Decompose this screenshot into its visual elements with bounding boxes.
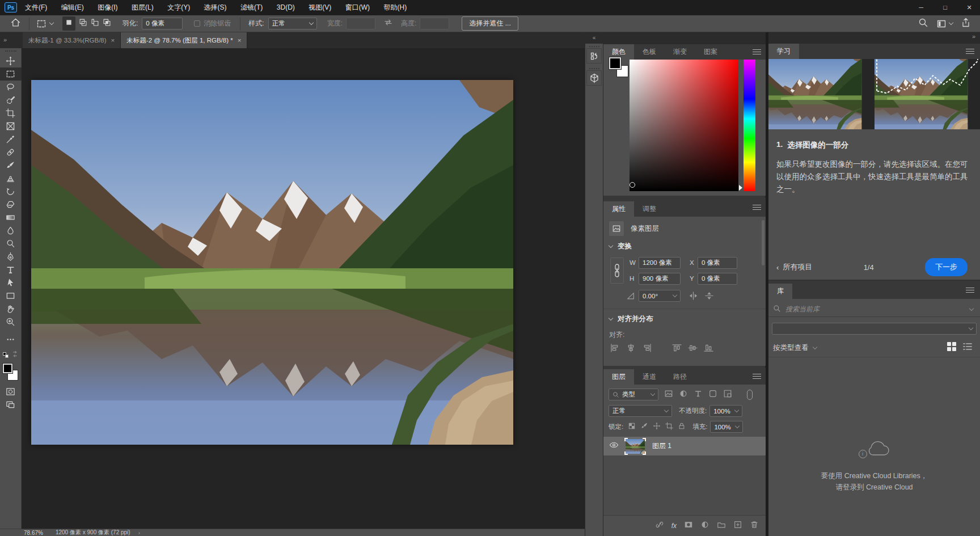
type-tool[interactable] (0, 263, 22, 276)
feather-input[interactable]: 0 像素 (142, 18, 183, 29)
tab-properties[interactable]: 属性 (603, 201, 634, 217)
new-layer-icon[interactable] (733, 520, 742, 531)
fill-select[interactable]: 100% (710, 421, 743, 433)
swap-dimensions-icon[interactable] (383, 18, 393, 29)
layer-name[interactable]: 图层 1 (652, 441, 671, 451)
eraser-tool[interactable] (0, 198, 22, 211)
eyedropper-tool[interactable] (0, 133, 22, 146)
color-field[interactable] (630, 60, 738, 191)
layer-visibility-eye-icon[interactable] (609, 440, 619, 452)
color-cursor[interactable] (630, 182, 635, 188)
libraries-panel-menu-icon[interactable] (966, 288, 974, 293)
foreground-color-swatch[interactable] (2, 363, 13, 374)
move-tool[interactable] (0, 54, 22, 67)
healing-brush-tool[interactable] (0, 146, 22, 159)
lock-transparency-icon[interactable] (628, 422, 636, 432)
history-panel-icon[interactable] (586, 48, 602, 64)
default-colors-icon[interactable] (3, 352, 9, 358)
share-icon[interactable] (961, 18, 971, 30)
default-and-swap-colors[interactable] (0, 348, 22, 361)
color-swatch-pair[interactable] (609, 57, 631, 81)
toolbar-drag-handle[interactable] (5, 50, 16, 53)
workspace-icon[interactable] (936, 19, 953, 29)
search-icon[interactable] (918, 18, 928, 30)
canvas-area[interactable] (22, 48, 585, 529)
view-by-type-select[interactable]: 按类型查看 (773, 343, 817, 353)
list-view-button[interactable] (962, 341, 973, 354)
h-input[interactable]: 900 像素 (639, 273, 681, 285)
menu-3d[interactable]: 3D(D) (271, 0, 301, 15)
3d-panel-icon[interactable] (586, 70, 602, 86)
swap-colors-icon[interactable] (11, 350, 19, 360)
document-canvas[interactable] (31, 80, 513, 445)
antialias-checkbox[interactable] (194, 20, 200, 27)
align-horizontal-centers-button[interactable] (626, 344, 636, 354)
height-input[interactable] (420, 18, 449, 29)
subtract-selection-button[interactable] (91, 18, 99, 29)
lock-artboard-icon[interactable] (665, 422, 673, 432)
properties-panel-menu-icon[interactable] (753, 205, 761, 210)
zoom-level[interactable]: 78.67% (24, 530, 43, 536)
dock-drag-handle[interactable] (589, 68, 599, 69)
layers-panel-menu-icon[interactable] (753, 374, 761, 379)
flip-horizontal-icon[interactable] (688, 291, 698, 303)
home-icon[interactable] (10, 17, 21, 30)
new-selection-button[interactable] (62, 16, 75, 31)
select-and-mask-button[interactable]: 选择并遮住 ... (462, 16, 518, 31)
filter-pixel-layers-icon[interactable] (664, 389, 673, 400)
x-input[interactable]: 0 像素 (698, 257, 737, 269)
filter-adjustment-layers-icon[interactable] (679, 389, 688, 400)
link-dimensions-button[interactable] (610, 258, 624, 284)
tab-gradients[interactable]: 渐变 (665, 44, 695, 60)
menu-filter[interactable]: 滤镜(T) (235, 0, 268, 15)
transform-section-header[interactable]: 变换 (609, 242, 632, 251)
tool-preset-marquee-icon[interactable] (36, 19, 53, 29)
new-adjustment-layer-icon[interactable] (700, 520, 709, 531)
layer-filtering-toggle[interactable] (747, 390, 753, 400)
align-bottom-edges-button[interactable] (704, 344, 713, 354)
align-top-edges-button[interactable] (672, 344, 682, 354)
dodge-tool[interactable] (0, 237, 22, 250)
tab-adjustments[interactable]: 调整 (634, 201, 665, 217)
quick-selection-tool[interactable] (0, 94, 22, 107)
minimize-button[interactable]: ─ (910, 0, 932, 15)
tab-learn[interactable]: 学习 (768, 44, 799, 59)
clone-stamp-tool[interactable] (0, 172, 22, 185)
crop-tool[interactable] (0, 107, 22, 120)
menu-view[interactable]: 视图(V) (303, 0, 337, 15)
layer-style-fx-icon[interactable]: fx (671, 522, 677, 530)
dock-collapse-icon[interactable]: « (585, 32, 603, 44)
tab-paths[interactable]: 路径 (665, 369, 695, 385)
color-panel-menu-icon[interactable] (753, 49, 761, 54)
add-selection-button[interactable] (79, 18, 87, 29)
back-to-all-items[interactable]: ‹所有项目 (776, 262, 812, 272)
doc-tab-untitled2-active[interactable]: 未标题-2 @ 78.7% (图层 1, RGB/8) * × (121, 32, 247, 48)
tab-swatches[interactable]: 色板 (634, 44, 665, 60)
rectangular-marquee-tool[interactable] (0, 67, 22, 81)
screen-mode-button[interactable] (0, 398, 22, 411)
properties-scrollbar[interactable] (762, 220, 764, 265)
pen-tool[interactable] (0, 250, 22, 263)
grid-view-button[interactable] (946, 341, 957, 354)
status-more-icon[interactable]: › (138, 530, 140, 536)
maximize-button[interactable]: □ (935, 0, 956, 15)
lock-image-icon[interactable] (640, 422, 648, 432)
tools-dock-expand-icon[interactable]: » (0, 32, 23, 48)
dock-drag-handle[interactable] (589, 46, 599, 47)
angle-input[interactable]: 0.00° (639, 290, 681, 302)
delete-layer-trash-icon[interactable] (750, 520, 759, 531)
align-left-edges-button[interactable] (610, 344, 620, 354)
path-selection-tool[interactable] (0, 276, 22, 289)
intersect-selection-button[interactable] (103, 18, 111, 29)
blend-mode-select[interactable]: 正常 (609, 405, 672, 417)
quick-mask-mode-button[interactable] (0, 385, 22, 398)
flip-vertical-icon[interactable] (704, 291, 714, 303)
edit-toolbar-ellipsis-icon[interactable] (0, 333, 22, 346)
menu-window[interactable]: 窗口(W) (340, 0, 375, 15)
tab-close-icon[interactable]: × (111, 37, 115, 44)
align-right-edges-button[interactable] (642, 344, 652, 354)
style-select[interactable]: 正常 (268, 18, 317, 29)
hand-tool[interactable] (0, 302, 22, 315)
zoom-tool[interactable] (0, 315, 22, 328)
tab-libraries[interactable]: 库 (768, 284, 792, 299)
